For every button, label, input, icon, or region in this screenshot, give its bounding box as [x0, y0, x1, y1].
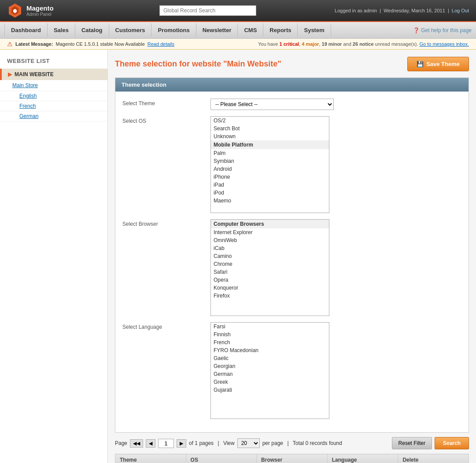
language-item[interactable]: Greek: [211, 378, 329, 386]
sidebar-title: Website list: [0, 55, 107, 69]
browser-item[interactable]: Opera: [211, 276, 329, 284]
view-label: View: [223, 440, 235, 446]
nav-newsletter[interactable]: Newsletter: [196, 23, 238, 37]
os-item[interactable]: OS/2: [211, 117, 329, 125]
select-theme-control: -- Please Select --: [210, 99, 461, 110]
theme-panel-body: Select Theme -- Please Select -- Select …: [115, 92, 469, 432]
language-item[interactable]: Georgian: [211, 362, 329, 370]
browser-item[interactable]: Camino: [211, 252, 329, 260]
browser-group: Computer Browsers: [211, 220, 329, 228]
os-item[interactable]: Search Bot: [211, 125, 329, 132]
reset-filter-button[interactable]: Reset Filter: [392, 437, 432, 449]
navbar: Dashboard Sales Catalog Customers Promot…: [0, 22, 476, 39]
notice-count: 26 notice: [353, 41, 374, 47]
nav-help[interactable]: ❓ Get help for this page: [413, 27, 472, 33]
browser-item[interactable]: Firefox: [211, 292, 329, 300]
browser-item[interactable]: Internet Explorer: [211, 228, 329, 236]
global-search-input[interactable]: [159, 5, 256, 16]
logout-link[interactable]: Log Out: [452, 8, 469, 13]
critical-count: 1 critical: [280, 41, 299, 47]
search-button[interactable]: Search: [435, 437, 469, 449]
col-theme: Theme: [115, 454, 186, 463]
os-listbox[interactable]: OS/2Search BotUnknownMobile PlatformPalm…: [210, 116, 329, 213]
os-item[interactable]: Maemo: [211, 197, 329, 205]
sidebar-item-german[interactable]: German: [0, 111, 107, 121]
nav-system[interactable]: System: [298, 23, 331, 37]
os-item[interactable]: Android: [211, 165, 329, 173]
select-browser-row: Select Browser Computer BrowsersInternet…: [122, 219, 461, 316]
language-item[interactable]: Finnish: [211, 331, 329, 338]
language-item[interactable]: Gujarati: [211, 386, 329, 394]
first-page-btn[interactable]: ◀◀: [130, 439, 143, 448]
os-item[interactable]: Palm: [211, 149, 329, 157]
col-browser: Browser: [257, 454, 328, 463]
per-page-select[interactable]: 20 50 100: [237, 438, 260, 448]
inbox-link[interactable]: Go to messages inbox.: [419, 41, 469, 47]
browser-listbox[interactable]: Computer BrowsersInternet ExplorerOmniWe…: [210, 219, 329, 316]
next-page-btn[interactable]: ▶: [177, 439, 186, 448]
col-language: Language: [327, 454, 398, 463]
os-item[interactable]: iPhone: [211, 173, 329, 181]
nav-customers[interactable]: Customers: [109, 23, 152, 37]
select-language-row: Select Language FarsiFinnishFrenchFYRO M…: [122, 322, 461, 419]
language-item[interactable]: French: [211, 338, 329, 346]
select-language-label: Select Language: [122, 322, 210, 330]
sidebar-item-english[interactable]: English: [0, 91, 107, 101]
os-group: Mobile Platform: [211, 140, 329, 149]
table-header-row: Theme OS Browser Language Delete: [115, 454, 469, 463]
read-details-link[interactable]: Read details: [148, 41, 174, 47]
search-area: [88, 5, 328, 16]
msg-right: You have 1 critical, 4 major, 19 minor a…: [258, 41, 469, 47]
language-item[interactable]: Farsi: [211, 323, 329, 331]
os-item[interactable]: Symbian: [211, 157, 329, 165]
minor-count: 19 minor: [322, 41, 342, 47]
help-icon: ❓: [413, 27, 420, 33]
select-os-row: Select OS OS/2Search BotUnknownMobile Pl…: [122, 116, 461, 213]
disk-icon: 💾: [417, 61, 424, 67]
warning-icon: ⚠: [7, 40, 13, 48]
language-item[interactable]: FYRO Macedonian: [211, 346, 329, 354]
save-theme-button[interactable]: 💾 Save Theme: [407, 57, 469, 71]
nav-reports[interactable]: Reports: [263, 23, 298, 37]
os-item[interactable]: Unknown: [211, 132, 329, 140]
sidebar-item-french[interactable]: French: [0, 101, 107, 111]
logo-area: Magento Admin Panel: [0, 3, 88, 18]
browser-item[interactable]: Chrome: [211, 260, 329, 268]
logged-in-text: Logged in as admin: [335, 8, 377, 13]
msg-label: Latest Message:: [15, 41, 53, 47]
theme-select[interactable]: -- Please Select --: [210, 99, 334, 110]
nav-sales[interactable]: Sales: [48, 23, 75, 37]
sidebar: Website list ▶ MAIN WEBSITE Main Store E…: [0, 50, 108, 463]
expand-arrow-icon: ▶: [8, 71, 12, 77]
sidebar-main-item[interactable]: ▶ MAIN WEBSITE: [0, 69, 107, 80]
sidebar-item-main-store[interactable]: Main Store: [0, 80, 107, 91]
select-browser-control: Computer BrowsersInternet ExplorerOmniWe…: [210, 219, 461, 316]
nav-dashboard[interactable]: Dashboard: [4, 23, 48, 37]
select-os-label: Select OS: [122, 116, 210, 124]
language-item[interactable]: Gaelic: [211, 354, 329, 362]
results-table: Theme OS Browser Language Delete No reco…: [115, 454, 469, 463]
language-listbox[interactable]: FarsiFinnishFrenchFYRO MacedonianGaelicG…: [210, 322, 329, 419]
browser-item[interactable]: Konqueror: [211, 284, 329, 292]
os-item[interactable]: iPad: [211, 181, 329, 189]
nav-promotions[interactable]: Promotions: [151, 23, 196, 37]
page-number-input[interactable]: [158, 439, 174, 448]
main-layout: Website list ▶ MAIN WEBSITE Main Store E…: [0, 50, 476, 463]
page-header: Theme selection for website "Main Websit…: [115, 57, 469, 71]
nav-cms[interactable]: CMS: [238, 23, 263, 37]
browser-item[interactable]: OmniWeb: [211, 236, 329, 244]
msg-text: Magento CE 1.5.0.1 stable Now Available: [56, 41, 145, 47]
logo-subtext: Admin Panel: [26, 12, 54, 17]
of-pages-text: of 1 pages: [189, 440, 214, 446]
nav-catalog[interactable]: Catalog: [75, 23, 109, 37]
page-label: Page: [115, 440, 127, 446]
language-item[interactable]: German: [211, 370, 329, 378]
browser-item[interactable]: Safari: [211, 268, 329, 276]
browser-item[interactable]: iCab: [211, 244, 329, 252]
select-theme-row: Select Theme -- Please Select --: [122, 99, 461, 110]
message-bar: ⚠ Latest Message: Magento CE 1.5.0.1 sta…: [0, 39, 476, 50]
col-delete: Delete: [398, 454, 469, 463]
os-item[interactable]: iPod: [211, 189, 329, 197]
total-records: Total 0 records found: [293, 440, 342, 446]
prev-page-btn[interactable]: ◀: [146, 439, 155, 448]
